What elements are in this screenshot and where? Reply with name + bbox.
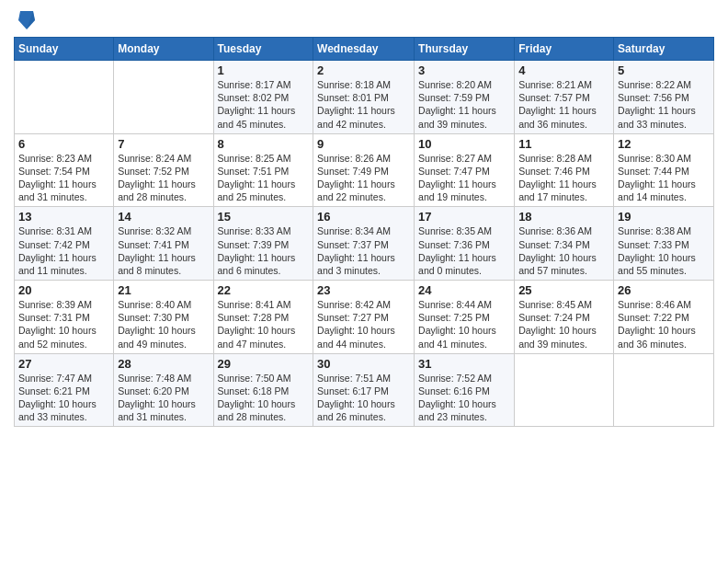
day-number: 31 bbox=[418, 357, 510, 371]
weekday-header-sunday: Sunday bbox=[15, 38, 114, 61]
day-info: Sunrise: 8:44 AM Sunset: 7:25 PM Dayligh… bbox=[418, 298, 510, 350]
day-info: Sunrise: 8:34 AM Sunset: 7:37 PM Dayligh… bbox=[317, 224, 410, 277]
day-number: 14 bbox=[118, 210, 209, 224]
day-number: 2 bbox=[317, 63, 410, 77]
day-cell: 25Sunrise: 8:45 AM Sunset: 7:24 PM Dayli… bbox=[515, 281, 614, 354]
day-cell: 31Sunrise: 7:52 AM Sunset: 6:16 PM Dayli… bbox=[415, 353, 515, 427]
header bbox=[14, 9, 714, 31]
day-number: 4 bbox=[518, 63, 609, 77]
day-number: 17 bbox=[418, 210, 510, 224]
day-cell bbox=[614, 353, 714, 427]
day-number: 3 bbox=[418, 63, 510, 77]
day-cell: 28Sunrise: 7:48 AM Sunset: 6:20 PM Dayli… bbox=[114, 353, 213, 427]
day-cell: 5Sunrise: 8:22 AM Sunset: 7:56 PM Daylig… bbox=[614, 61, 714, 134]
weekday-row: SundayMondayTuesdayWednesdayThursdayFrid… bbox=[15, 38, 714, 61]
day-cell: 10Sunrise: 8:27 AM Sunset: 7:47 PM Dayli… bbox=[415, 133, 515, 207]
day-cell: 21Sunrise: 8:40 AM Sunset: 7:30 PM Dayli… bbox=[114, 281, 213, 354]
day-cell: 13Sunrise: 8:31 AM Sunset: 7:42 PM Dayli… bbox=[15, 207, 114, 281]
day-info: Sunrise: 7:51 AM Sunset: 6:17 PM Dayligh… bbox=[317, 372, 410, 424]
day-number: 1 bbox=[218, 63, 310, 77]
day-number: 29 bbox=[218, 357, 310, 371]
day-number: 16 bbox=[317, 210, 410, 224]
day-cell: 24Sunrise: 8:44 AM Sunset: 7:25 PM Dayli… bbox=[415, 281, 515, 354]
day-number: 11 bbox=[518, 137, 609, 151]
day-number: 7 bbox=[118, 137, 209, 151]
day-info: Sunrise: 8:18 AM Sunset: 8:01 PM Dayligh… bbox=[317, 78, 410, 131]
day-cell: 20Sunrise: 8:39 AM Sunset: 7:31 PM Dayli… bbox=[15, 281, 114, 354]
day-cell: 1Sunrise: 8:17 AM Sunset: 8:02 PM Daylig… bbox=[213, 61, 313, 134]
day-info: Sunrise: 8:42 AM Sunset: 7:27 PM Dayligh… bbox=[317, 298, 410, 350]
day-number: 18 bbox=[518, 210, 609, 224]
day-number: 24 bbox=[418, 283, 510, 297]
day-cell: 29Sunrise: 7:50 AM Sunset: 6:18 PM Dayli… bbox=[213, 353, 313, 427]
weekday-header-thursday: Thursday bbox=[415, 38, 515, 61]
day-info: Sunrise: 8:27 AM Sunset: 7:47 PM Dayligh… bbox=[418, 152, 510, 204]
day-cell: 26Sunrise: 8:46 AM Sunset: 7:22 PM Dayli… bbox=[614, 281, 714, 354]
day-info: Sunrise: 8:38 AM Sunset: 7:33 PM Dayligh… bbox=[618, 224, 710, 277]
day-cell: 4Sunrise: 8:21 AM Sunset: 7:57 PM Daylig… bbox=[515, 61, 614, 134]
day-cell: 23Sunrise: 8:42 AM Sunset: 7:27 PM Dayli… bbox=[313, 281, 415, 354]
day-info: Sunrise: 8:35 AM Sunset: 7:36 PM Dayligh… bbox=[418, 224, 510, 277]
day-info: Sunrise: 8:22 AM Sunset: 7:56 PM Dayligh… bbox=[618, 78, 710, 131]
week-row-5: 27Sunrise: 7:47 AM Sunset: 6:21 PM Dayli… bbox=[15, 353, 714, 427]
day-info: Sunrise: 7:47 AM Sunset: 6:21 PM Dayligh… bbox=[18, 372, 109, 424]
day-number: 6 bbox=[18, 137, 109, 151]
day-number: 30 bbox=[317, 357, 410, 371]
day-number: 12 bbox=[618, 137, 710, 151]
day-cell: 3Sunrise: 8:20 AM Sunset: 7:59 PM Daylig… bbox=[415, 61, 515, 134]
day-cell bbox=[515, 353, 614, 427]
day-number: 9 bbox=[317, 137, 410, 151]
day-info: Sunrise: 8:21 AM Sunset: 7:57 PM Dayligh… bbox=[518, 78, 609, 131]
day-number: 27 bbox=[18, 357, 109, 371]
day-number: 23 bbox=[317, 283, 410, 297]
week-row-3: 13Sunrise: 8:31 AM Sunset: 7:42 PM Dayli… bbox=[15, 207, 714, 281]
day-cell: 7Sunrise: 8:24 AM Sunset: 7:52 PM Daylig… bbox=[114, 133, 213, 207]
day-number: 19 bbox=[618, 210, 710, 224]
day-info: Sunrise: 8:17 AM Sunset: 8:02 PM Dayligh… bbox=[218, 78, 310, 131]
day-info: Sunrise: 8:45 AM Sunset: 7:24 PM Dayligh… bbox=[518, 298, 609, 350]
day-info: Sunrise: 8:31 AM Sunset: 7:42 PM Dayligh… bbox=[18, 224, 109, 277]
day-info: Sunrise: 8:33 AM Sunset: 7:39 PM Dayligh… bbox=[218, 224, 310, 277]
day-cell bbox=[15, 61, 114, 134]
week-row-4: 20Sunrise: 8:39 AM Sunset: 7:31 PM Dayli… bbox=[15, 281, 714, 354]
day-info: Sunrise: 8:40 AM Sunset: 7:30 PM Dayligh… bbox=[118, 298, 209, 350]
day-cell: 30Sunrise: 7:51 AM Sunset: 6:17 PM Dayli… bbox=[313, 353, 415, 427]
day-cell: 17Sunrise: 8:35 AM Sunset: 7:36 PM Dayli… bbox=[415, 207, 515, 281]
day-info: Sunrise: 8:25 AM Sunset: 7:51 PM Dayligh… bbox=[218, 152, 310, 204]
day-info: Sunrise: 8:32 AM Sunset: 7:41 PM Dayligh… bbox=[118, 224, 209, 277]
day-info: Sunrise: 7:48 AM Sunset: 6:20 PM Dayligh… bbox=[118, 372, 209, 424]
weekday-header-tuesday: Tuesday bbox=[213, 38, 313, 61]
day-cell: 12Sunrise: 8:30 AM Sunset: 7:44 PM Dayli… bbox=[614, 133, 714, 207]
day-cell: 19Sunrise: 8:38 AM Sunset: 7:33 PM Dayli… bbox=[614, 207, 714, 281]
day-info: Sunrise: 8:24 AM Sunset: 7:52 PM Dayligh… bbox=[118, 152, 209, 204]
day-info: Sunrise: 8:36 AM Sunset: 7:34 PM Dayligh… bbox=[518, 224, 609, 277]
day-info: Sunrise: 8:20 AM Sunset: 7:59 PM Dayligh… bbox=[418, 78, 510, 131]
day-cell: 16Sunrise: 8:34 AM Sunset: 7:37 PM Dayli… bbox=[313, 207, 415, 281]
weekday-header-saturday: Saturday bbox=[614, 38, 714, 61]
day-info: Sunrise: 8:23 AM Sunset: 7:54 PM Dayligh… bbox=[18, 152, 109, 204]
day-info: Sunrise: 8:39 AM Sunset: 7:31 PM Dayligh… bbox=[18, 298, 109, 350]
week-row-1: 1Sunrise: 8:17 AM Sunset: 8:02 PM Daylig… bbox=[15, 61, 714, 134]
weekday-header-friday: Friday bbox=[515, 38, 614, 61]
day-info: Sunrise: 8:28 AM Sunset: 7:46 PM Dayligh… bbox=[518, 152, 609, 204]
logo bbox=[14, 9, 35, 31]
page: SundayMondayTuesdayWednesdayThursdayFrid… bbox=[0, 0, 728, 441]
day-cell: 9Sunrise: 8:26 AM Sunset: 7:49 PM Daylig… bbox=[313, 133, 415, 207]
day-cell: 14Sunrise: 8:32 AM Sunset: 7:41 PM Dayli… bbox=[114, 207, 213, 281]
day-cell: 22Sunrise: 8:41 AM Sunset: 7:28 PM Dayli… bbox=[213, 281, 313, 354]
day-info: Sunrise: 7:50 AM Sunset: 6:18 PM Dayligh… bbox=[218, 372, 310, 424]
day-cell: 8Sunrise: 8:25 AM Sunset: 7:51 PM Daylig… bbox=[213, 133, 313, 207]
day-number: 5 bbox=[618, 63, 710, 77]
day-info: Sunrise: 8:30 AM Sunset: 7:44 PM Dayligh… bbox=[618, 152, 710, 204]
day-number: 21 bbox=[118, 283, 209, 297]
day-number: 20 bbox=[18, 283, 109, 297]
day-cell: 18Sunrise: 8:36 AM Sunset: 7:34 PM Dayli… bbox=[515, 207, 614, 281]
day-number: 10 bbox=[418, 137, 510, 151]
day-number: 13 bbox=[18, 210, 109, 224]
day-number: 26 bbox=[618, 283, 710, 297]
weekday-header-monday: Monday bbox=[114, 38, 213, 61]
weekday-header-wednesday: Wednesday bbox=[313, 38, 415, 61]
calendar-header: SundayMondayTuesdayWednesdayThursdayFrid… bbox=[15, 38, 714, 61]
day-cell: 2Sunrise: 8:18 AM Sunset: 8:01 PM Daylig… bbox=[313, 61, 415, 134]
day-info: Sunrise: 7:52 AM Sunset: 6:16 PM Dayligh… bbox=[418, 372, 510, 424]
